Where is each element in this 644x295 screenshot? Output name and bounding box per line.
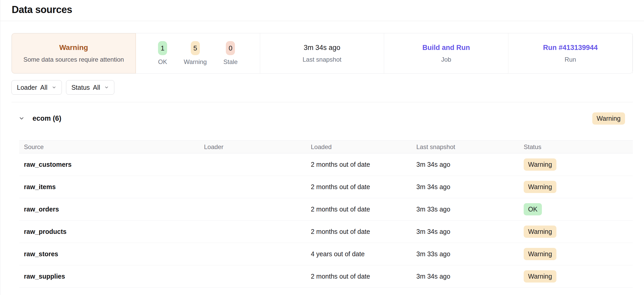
status-count-pill: 0 — [226, 41, 235, 55]
cell-status: Warning — [524, 181, 633, 193]
table-row[interactable]: raw_customers 2 months out of date 3m 34… — [19, 153, 633, 176]
stat-label: Run — [565, 56, 576, 63]
table-body: raw_customers 2 months out of date 3m 34… — [19, 153, 633, 288]
cell-source: raw_stores — [24, 250, 204, 258]
status-badge: OK — [524, 203, 542, 215]
stat-card: 3m 34s ago Last snapshot — [260, 33, 384, 73]
status-badge: Warning — [524, 158, 556, 171]
table-row[interactable]: raw_orders 2 months out of date 3m 33s a… — [19, 198, 633, 221]
summary-cards: Warning Some data sources require attent… — [11, 33, 633, 74]
cell-loaded: 4 years out of date — [311, 250, 416, 258]
group-toggle[interactable]: ecom (6) — [18, 114, 61, 123]
status-count-label: Warning — [184, 58, 207, 66]
table-header-row: Source Loader Loaded Last snapshot Statu… — [19, 140, 633, 153]
cell-source: raw_supplies — [24, 273, 204, 280]
status-count-label: OK — [158, 58, 167, 66]
status-badge: Warning — [524, 226, 556, 238]
table-row[interactable]: raw_items 2 months out of date 3m 34s ag… — [19, 176, 633, 198]
filters-row: Loader All Status All — [11, 80, 633, 95]
group-name: ecom (6) — [32, 114, 61, 123]
stat-label: Job — [441, 56, 451, 63]
stat-card: Run #413139944 Run — [508, 33, 633, 73]
cell-status: Warning — [524, 270, 633, 283]
overall-status-card: Warning Some data sources require attent… — [12, 33, 136, 73]
cell-status: Warning — [524, 226, 633, 238]
cell-source: raw_customers — [24, 161, 204, 168]
filters-divider — [11, 102, 633, 102]
page-header: Data sources — [0, 0, 644, 21]
column-header-last-snapshot: Last snapshot — [416, 143, 524, 151]
status-count-pill: 1 — [158, 41, 167, 55]
group-status-badge: Warning — [592, 112, 625, 125]
status-count-item: 0 Stale — [224, 41, 238, 66]
cell-loaded: 2 months out of date — [311, 183, 416, 191]
stat-link[interactable]: Run #413139944 — [543, 44, 598, 52]
cell-source: raw_items — [24, 183, 204, 191]
cell-status: Warning — [524, 248, 633, 260]
filter-value: All — [93, 84, 100, 91]
overall-status-title: Warning — [59, 43, 88, 52]
column-header-status: Status — [524, 143, 633, 151]
page-content: Warning Some data sources require attent… — [0, 33, 644, 288]
cell-last-snapshot: 3m 33s ago — [416, 250, 524, 258]
column-header-source: Source — [24, 143, 204, 151]
filter-dropdown-loader[interactable]: Loader All — [11, 80, 62, 95]
cell-loaded: 2 months out of date — [311, 228, 416, 235]
column-header-loaded: Loaded — [311, 143, 416, 151]
filter-label: Status — [71, 84, 90, 91]
cell-status: OK — [524, 203, 633, 215]
cell-loaded: 2 months out of date — [311, 273, 416, 280]
filter-value: All — [40, 84, 48, 91]
table-row[interactable]: raw_supplies 2 months out of date 3m 34s… — [19, 265, 633, 288]
status-badge: Warning — [524, 248, 556, 260]
cell-last-snapshot: 3m 34s ago — [416, 228, 524, 235]
status-count-item: 1 OK — [158, 41, 167, 66]
filter-dropdown-status[interactable]: Status All — [66, 80, 115, 95]
cell-source: raw_products — [24, 228, 204, 235]
page-title: Data sources — [12, 4, 633, 15]
group-header-ecom: ecom (6) Warning — [11, 108, 633, 128]
cell-last-snapshot: 3m 34s ago — [416, 273, 524, 280]
stat-label: Last snapshot — [303, 56, 341, 63]
cell-last-snapshot: 3m 34s ago — [416, 161, 524, 168]
stat-link[interactable]: Build and Run — [422, 44, 470, 52]
status-badge: Warning — [524, 181, 556, 193]
sources-table: Source Loader Loaded Last snapshot Statu… — [19, 140, 633, 288]
chevron-down-icon — [104, 85, 109, 90]
status-count-label: Stale — [224, 58, 238, 66]
cell-loaded: 2 months out of date — [311, 161, 416, 168]
table-row[interactable]: raw_products 2 months out of date 3m 34s… — [19, 221, 633, 243]
status-count-pill: 5 — [191, 41, 200, 55]
chevron-down-icon — [18, 115, 25, 121]
overall-status-subtitle: Some data sources require attention — [23, 56, 124, 63]
cell-last-snapshot: 3m 33s ago — [416, 206, 524, 213]
status-count-item: 5 Warning — [184, 41, 207, 66]
status-badge: Warning — [524, 270, 556, 283]
chevron-down-icon — [52, 85, 56, 90]
filter-label: Loader — [17, 84, 37, 91]
cell-loaded: 2 months out of date — [311, 206, 416, 213]
cell-status: Warning — [524, 158, 633, 171]
stat-card: Build and Run Job — [384, 33, 508, 73]
cell-last-snapshot: 3m 34s ago — [416, 183, 524, 191]
cell-source: raw_orders — [24, 206, 204, 213]
stat-value: 3m 34s ago — [304, 44, 340, 52]
column-header-loader: Loader — [204, 143, 311, 151]
table-row[interactable]: raw_stores 4 years out of date 3m 33s ag… — [19, 243, 633, 265]
data-sources-page: Data sources Warning Some data sources r… — [0, 0, 644, 295]
status-counts: 1 OK 5 Warning 0 Stale — [158, 41, 238, 66]
status-counts-card: 1 OK 5 Warning 0 Stale — [136, 33, 260, 73]
